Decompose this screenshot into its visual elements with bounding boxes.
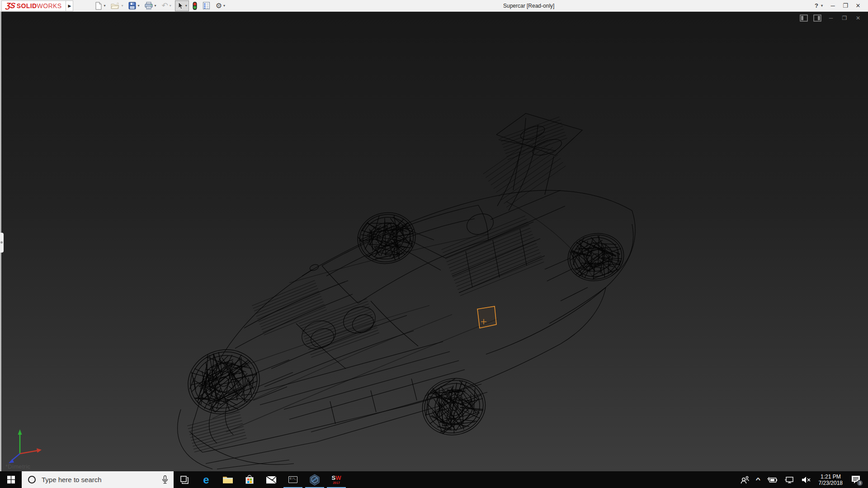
microphone-icon[interactable]: [162, 475, 168, 484]
document-window-controls: ─ ❐ ✕: [799, 14, 863, 22]
panel-splitter-handle[interactable]: [0, 233, 4, 253]
new-document-icon: [95, 2, 102, 10]
doc-minimize-button[interactable]: ─: [826, 14, 835, 22]
doc-restore-button[interactable]: ❐: [840, 14, 849, 22]
select-tool-button[interactable]: ▾: [175, 0, 189, 11]
close-button[interactable]: ✕: [852, 0, 864, 12]
microsoft-store-icon: [245, 475, 255, 485]
command-prompt-button[interactable]: C:\_: [282, 471, 304, 488]
new-dropdown-caret-icon[interactable]: ▾: [104, 4, 105, 8]
power-button[interactable]: [764, 471, 781, 488]
command-prompt-icon: C:\_: [288, 476, 297, 483]
open-button[interactable]: ▾: [109, 0, 125, 11]
hexagon-app-button[interactable]: [304, 471, 326, 488]
battery-plug-icon: [767, 477, 777, 483]
undo-icon: ↶: [161, 2, 168, 9]
hexagon-app-icon: [309, 474, 320, 486]
clock-time: 1:21 PM: [819, 474, 843, 480]
menu-expand-arrow-icon[interactable]: ▶: [66, 0, 73, 11]
select-cursor-icon: [177, 2, 184, 10]
window-controls: ? ▾ ─ ❐ ✕: [811, 0, 864, 12]
orientation-triad: [9, 429, 42, 463]
wireframe-car: [178, 113, 635, 469]
edge-button[interactable]: e: [195, 471, 217, 488]
notification-badge: 3: [857, 480, 863, 486]
print-dropdown-caret-icon[interactable]: ▾: [154, 4, 156, 8]
rebuild-button[interactable]: [191, 0, 199, 11]
task-view-icon: [180, 475, 189, 484]
graphics-viewport[interactable]: ─ ❐ ✕ *Dimetric: [0, 12, 868, 471]
wireframe-car-render: [0, 12, 868, 471]
doc-close-button[interactable]: ✕: [854, 14, 863, 22]
minimize-button[interactable]: ─: [826, 0, 839, 12]
splitter-dot-icon: [0, 241, 3, 244]
clock[interactable]: 1:21 PM 7/23/2018: [814, 474, 847, 486]
rebuild-traffic-light-icon: [193, 2, 197, 10]
open-dropdown-caret-icon[interactable]: ▾: [121, 4, 123, 8]
solidworks-logo-mark: ƷS: [5, 1, 16, 10]
selection-highlight: [477, 306, 496, 328]
save-dropdown-caret-icon[interactable]: ▾: [137, 4, 139, 8]
cortana-icon: [28, 476, 36, 483]
search-input[interactable]: [42, 476, 156, 483]
solidworks-logo: ƷS SOLIDWORKS: [1, 0, 66, 11]
help-icon: ?: [815, 0, 818, 12]
pane-left-icon[interactable]: [799, 14, 808, 22]
gear-icon: ⚙: [216, 2, 222, 9]
options-button[interactable]: ⚙ ▾: [214, 0, 227, 11]
network-icon: [784, 476, 794, 483]
volume-button[interactable]: [798, 471, 814, 488]
file-explorer-icon: [222, 475, 233, 484]
undo-button[interactable]: ↶ ▾: [160, 0, 173, 11]
tray-overflow-button[interactable]: ^: [753, 471, 764, 488]
save-floppy-icon: [128, 2, 136, 9]
network-button[interactable]: [781, 471, 798, 488]
windows-logo-icon: [7, 476, 15, 483]
solidworks-2017-icon: SW 2017: [330, 474, 343, 485]
start-button[interactable]: [0, 471, 22, 488]
options-dropdown-caret-icon[interactable]: ▾: [223, 4, 225, 8]
taskbar-search[interactable]: [22, 471, 174, 488]
clock-date: 7/23/2018: [819, 480, 843, 486]
volume-muted-icon: [802, 476, 811, 483]
edge-icon: e: [203, 474, 209, 485]
view-orientation-label: *Dimetric: [5, 463, 30, 470]
help-button[interactable]: ? ▾: [811, 0, 826, 12]
print-icon: [145, 2, 153, 9]
window-title: Supercar [Read-only]: [503, 0, 554, 12]
quick-access-toolbar: ▾ ▾ ▾: [92, 0, 228, 12]
chevron-up-icon: ^: [755, 476, 760, 483]
undo-dropdown-caret-icon[interactable]: ▾: [170, 4, 171, 8]
taskbar-apps: e: [174, 471, 347, 488]
save-button[interactable]: ▾: [127, 0, 141, 11]
system-tray: ^: [736, 471, 868, 488]
task-view-button[interactable]: [174, 471, 195, 488]
solidworks-logo-bold: SOLID: [17, 2, 37, 9]
new-document-button[interactable]: ▾: [93, 0, 107, 11]
people-button[interactable]: [736, 471, 753, 488]
file-explorer-button[interactable]: [217, 471, 239, 488]
print-button[interactable]: ▾: [143, 0, 158, 11]
people-icon: [740, 476, 749, 484]
mail-button[interactable]: [260, 471, 282, 488]
open-folder-icon: [111, 2, 120, 9]
file-properties-button[interactable]: [201, 0, 212, 11]
titlebar: ƷS SOLIDWORKS ▶ ▾ ▾: [0, 0, 868, 12]
solidworks-button[interactable]: SW 2017: [326, 471, 347, 488]
pane-right-icon[interactable]: [813, 14, 822, 22]
file-properties-icon: [203, 2, 210, 9]
desktop: ƷS SOLIDWORKS ▶ ▾ ▾: [0, 0, 868, 488]
mail-icon: [266, 476, 277, 484]
microsoft-store-button[interactable]: [239, 471, 260, 488]
select-dropdown-caret-icon[interactable]: ▾: [185, 4, 187, 8]
restore-button[interactable]: ❐: [839, 0, 852, 12]
taskbar: e: [0, 471, 868, 488]
action-center-button[interactable]: 3: [847, 471, 866, 488]
help-dropdown-caret-icon: ▾: [821, 0, 823, 12]
solidworks-logo-light: WORKS: [37, 2, 62, 9]
